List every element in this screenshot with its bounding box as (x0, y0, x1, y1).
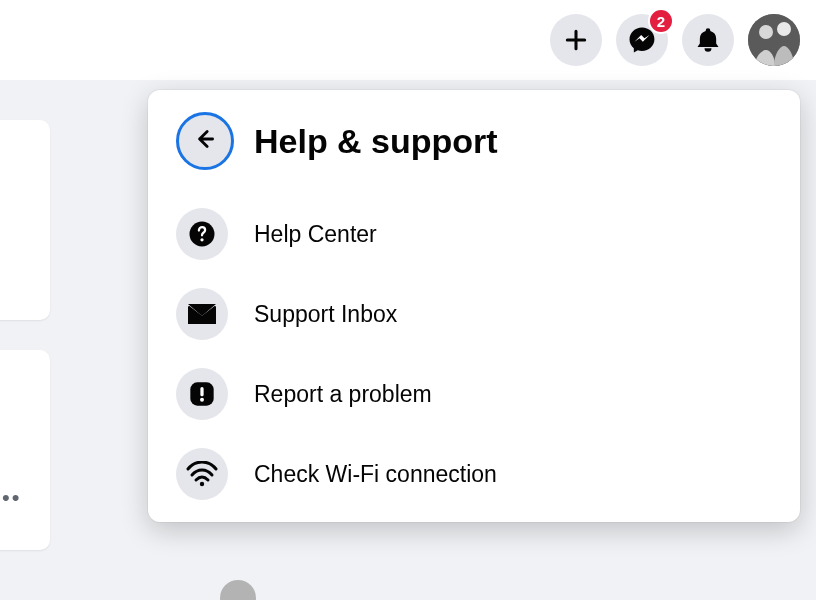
avatar (220, 580, 256, 600)
exclamation-square-icon (176, 368, 228, 420)
background-card (0, 120, 50, 320)
messenger-badge: 2 (648, 8, 674, 34)
wifi-icon (176, 448, 228, 500)
envelope-icon (176, 288, 228, 340)
plus-icon (563, 27, 589, 53)
svg-point-2 (777, 22, 791, 36)
back-button[interactable] (176, 112, 234, 170)
top-nav-bar: 2 (0, 0, 816, 80)
svg-point-4 (200, 238, 203, 241)
menu-item-report-problem[interactable]: Report a problem (160, 354, 788, 434)
menu-item-check-wifi[interactable]: Check Wi-Fi connection (160, 434, 788, 514)
ellipsis-icon: •• (2, 485, 21, 511)
notifications-button[interactable] (682, 14, 734, 66)
menu-item-support-inbox[interactable]: Support Inbox (160, 274, 788, 354)
menu-item-label: Help Center (254, 221, 377, 248)
arrow-left-icon (192, 126, 218, 156)
dropdown-title: Help & support (254, 122, 498, 161)
profile-avatar-button[interactable] (748, 14, 800, 66)
avatar-image (748, 14, 800, 66)
background-card (0, 350, 50, 550)
menu-item-label: Check Wi-Fi connection (254, 461, 497, 488)
menu-item-help-center[interactable]: Help Center (160, 194, 788, 274)
svg-point-1 (759, 25, 773, 39)
dropdown-header: Help & support (160, 106, 788, 194)
question-circle-icon (176, 208, 228, 260)
background-list-row (220, 580, 256, 600)
messenger-button[interactable]: 2 (616, 14, 668, 66)
svg-point-8 (200, 482, 204, 486)
help-support-dropdown: Help & support Help Center Support Inbox (148, 90, 800, 522)
svg-rect-6 (200, 387, 203, 396)
create-button[interactable] (550, 14, 602, 66)
menu-item-label: Report a problem (254, 381, 432, 408)
svg-point-7 (200, 398, 204, 402)
menu-item-label: Support Inbox (254, 301, 397, 328)
bell-icon (694, 26, 722, 54)
